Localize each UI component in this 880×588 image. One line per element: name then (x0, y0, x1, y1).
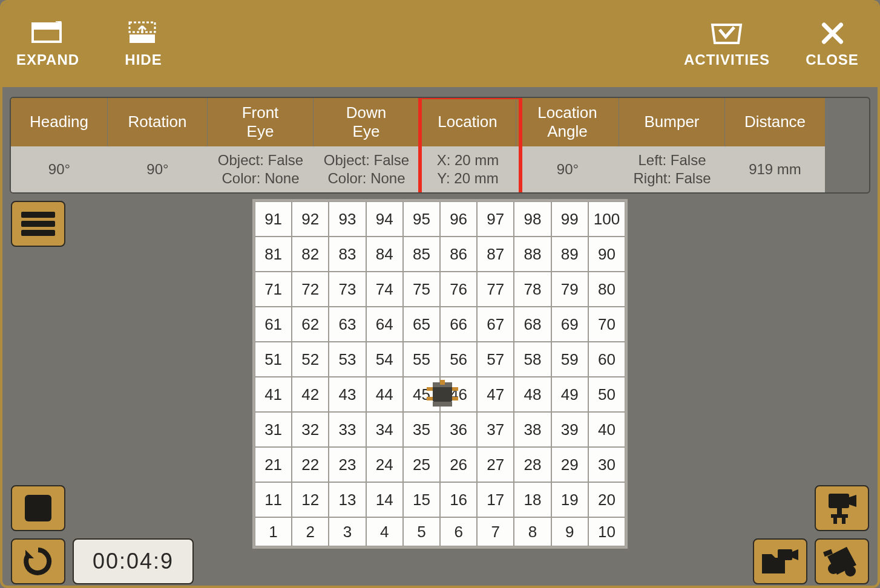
arena-cell[interactable]: 84 (366, 237, 403, 272)
arena-cell[interactable]: 69 (551, 307, 588, 342)
arena-cell[interactable]: 5 (403, 517, 440, 546)
arena-cell[interactable]: 65 (403, 307, 440, 342)
arena-cell[interactable]: 87 (477, 237, 514, 272)
arena-cell[interactable]: 8 (514, 517, 551, 546)
arena-cell[interactable]: 39 (551, 412, 588, 447)
arena-cell[interactable]: 80 (588, 272, 625, 307)
arena-cell[interactable]: 4 (366, 517, 403, 546)
stop-button[interactable] (11, 485, 65, 531)
arena-cell[interactable]: 23 (329, 447, 366, 482)
arena-cell[interactable]: 57 (477, 342, 514, 377)
arena-cell[interactable]: 79 (551, 272, 588, 307)
camera-folder-button[interactable] (753, 538, 807, 584)
arena-cell[interactable]: 37 (477, 412, 514, 447)
arena-cell[interactable]: 74 (366, 272, 403, 307)
arena-cell[interactable]: 3 (329, 517, 366, 546)
arena-cell[interactable]: 68 (514, 307, 551, 342)
arena-cell[interactable]: 13 (329, 482, 366, 517)
arena-cell[interactable]: 90 (588, 237, 625, 272)
arena-cell[interactable]: 51 (255, 342, 292, 377)
arena-cell[interactable]: 24 (366, 447, 403, 482)
arena-cell[interactable]: 78 (514, 272, 551, 307)
robot-sprite[interactable] (424, 377, 461, 410)
arena-cell[interactable]: 63 (329, 307, 366, 342)
arena-cell[interactable]: 95 (403, 201, 440, 237)
arena-cell[interactable]: 16 (440, 482, 477, 517)
arena-cell[interactable]: 56 (440, 342, 477, 377)
arena-cell[interactable]: 52 (292, 342, 329, 377)
arena-cell[interactable]: 50 (588, 377, 625, 412)
arena-cell[interactable]: 62 (292, 307, 329, 342)
arena-cell[interactable]: 100 (588, 201, 625, 237)
arena-cell[interactable]: 94 (366, 201, 403, 237)
arena-cell[interactable]: 17 (477, 482, 514, 517)
arena-cell[interactable]: 59 (551, 342, 588, 377)
arena-cell[interactable]: 47 (477, 377, 514, 412)
hide-button[interactable]: HIDE (110, 21, 177, 68)
arena-cell[interactable]: 10 (588, 517, 625, 546)
arena-cell[interactable]: 99 (551, 201, 588, 237)
menu-button[interactable] (11, 201, 65, 247)
arena-cell[interactable]: 61 (255, 307, 292, 342)
arena-cell[interactable]: 98 (514, 201, 551, 237)
arena-cell[interactable]: 27 (477, 447, 514, 482)
reset-button[interactable] (11, 538, 65, 584)
arena-cell[interactable]: 72 (292, 272, 329, 307)
arena-cell[interactable]: 55 (403, 342, 440, 377)
arena-cell[interactable]: 43 (329, 377, 366, 412)
arena-cell[interactable]: 30 (588, 447, 625, 482)
arena-cell[interactable]: 92 (292, 201, 329, 237)
arena-cell[interactable]: 32 (292, 412, 329, 447)
arena-cell[interactable]: 48 (514, 377, 551, 412)
arena-cell[interactable]: 38 (514, 412, 551, 447)
arena-cell[interactable]: 18 (514, 482, 551, 517)
expand-button[interactable]: EXPAND (15, 21, 81, 68)
arena-cell[interactable]: 44 (366, 377, 403, 412)
arena-cell[interactable]: 36 (440, 412, 477, 447)
arena-cell[interactable]: 58 (514, 342, 551, 377)
arena-cell[interactable]: 21 (255, 447, 292, 482)
arena-cell[interactable]: 85 (403, 237, 440, 272)
arena-cell[interactable]: 15 (403, 482, 440, 517)
arena-cell[interactable]: 66 (440, 307, 477, 342)
arena-cell[interactable]: 7 (477, 517, 514, 546)
arena-cell[interactable]: 93 (329, 201, 366, 237)
arena-cell[interactable]: 28 (514, 447, 551, 482)
arena-cell[interactable]: 35 (403, 412, 440, 447)
arena-cell[interactable]: 29 (551, 447, 588, 482)
arena-cell[interactable]: 64 (366, 307, 403, 342)
arena-cell[interactable]: 76 (440, 272, 477, 307)
arena-cell[interactable]: 26 (440, 447, 477, 482)
arena-cell[interactable]: 42 (292, 377, 329, 412)
arena-cell[interactable]: 53 (329, 342, 366, 377)
arena-cell[interactable]: 70 (588, 307, 625, 342)
arena-cell[interactable]: 96 (440, 201, 477, 237)
arena-grid[interactable]: 9192939495969798991008182838485868788899… (252, 199, 628, 549)
arena-cell[interactable]: 6 (440, 517, 477, 546)
arena-cell[interactable]: 67 (477, 307, 514, 342)
arena-cell[interactable]: 31 (255, 412, 292, 447)
arena-cell[interactable]: 2 (292, 517, 329, 546)
arena-cell[interactable]: 41 (255, 377, 292, 412)
arena-cell[interactable]: 14 (366, 482, 403, 517)
close-button[interactable]: CLOSE (799, 21, 865, 68)
arena-cell[interactable]: 60 (588, 342, 625, 377)
arena-cell[interactable]: 34 (366, 412, 403, 447)
arena-cell[interactable]: 91 (255, 201, 292, 237)
arena-cell[interactable]: 97 (477, 201, 514, 237)
arena-cell[interactable]: 54 (366, 342, 403, 377)
camera-action-button[interactable] (815, 538, 869, 584)
arena-cell[interactable]: 77 (477, 272, 514, 307)
camera-tripod-button[interactable] (815, 485, 869, 531)
arena-cell[interactable]: 12 (292, 482, 329, 517)
arena-cell[interactable]: 82 (292, 237, 329, 272)
arena-cell[interactable]: 40 (588, 412, 625, 447)
arena-cell[interactable]: 19 (551, 482, 588, 517)
arena-cell[interactable]: 73 (329, 272, 366, 307)
arena-cell[interactable]: 20 (588, 482, 625, 517)
arena-cell[interactable]: 11 (255, 482, 292, 517)
arena-cell[interactable]: 25 (403, 447, 440, 482)
arena-cell[interactable]: 33 (329, 412, 366, 447)
arena-cell[interactable]: 89 (551, 237, 588, 272)
arena-cell[interactable]: 75 (403, 272, 440, 307)
